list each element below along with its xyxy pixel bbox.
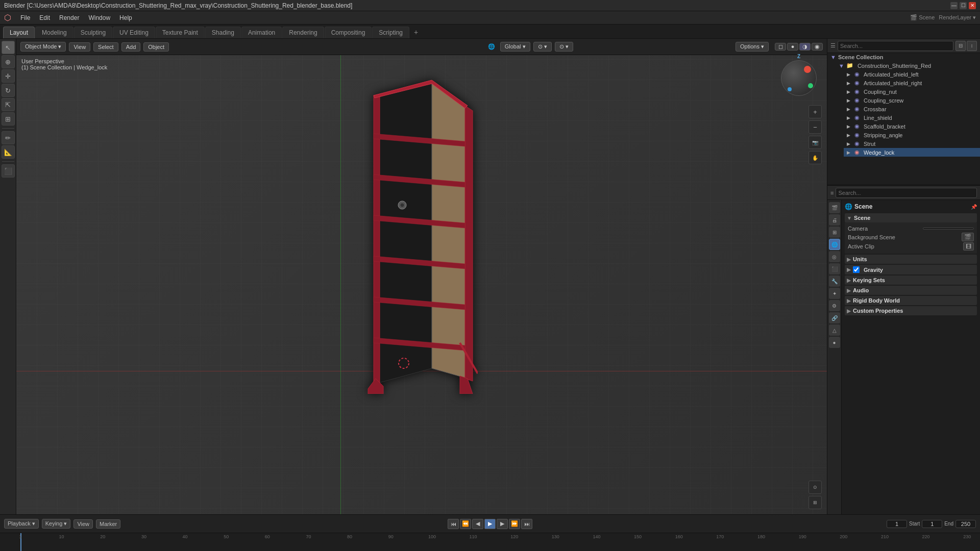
gravity-section-header[interactable]: ▶ Gravity: [845, 265, 977, 274]
add-workspace-button[interactable]: +: [410, 26, 422, 38]
outliner-sort-button[interactable]: ↕: [967, 41, 977, 51]
blender-logo-icon[interactable]: ⬡: [4, 13, 11, 22]
menu-edit[interactable]: Edit: [35, 13, 54, 22]
material-tab[interactable]: ●: [829, 337, 840, 348]
object-mode-button[interactable]: Object Mode ▾: [20, 42, 66, 52]
background-scene-btn[interactable]: 🎬: [962, 233, 974, 241]
active-clip-btn[interactable]: 🎞: [963, 242, 974, 251]
tab-uv-editing[interactable]: UV Editing: [113, 27, 155, 38]
scene-properties-tab[interactable]: 🌐: [829, 239, 840, 250]
properties-search-input[interactable]: [836, 188, 977, 198]
rotate-tool-button[interactable]: ↻: [2, 84, 15, 97]
start-frame-input[interactable]: 1: [922, 520, 942, 528]
outliner-item-strut[interactable]: ▶ ◉ Strut: [844, 139, 980, 148]
audio-section-header[interactable]: ▶ Audio: [845, 286, 977, 295]
menu-render[interactable]: Render: [55, 13, 83, 22]
tab-sculpting[interactable]: Sculpting: [74, 27, 112, 38]
navigation-widget[interactable]: Z: [781, 60, 822, 101]
select-tool-button[interactable]: ↖: [2, 41, 15, 54]
solid-mode-button[interactable]: ●: [787, 43, 798, 51]
jump-end-button[interactable]: ⏭: [521, 519, 532, 529]
gizmo-button[interactable]: ⊞: [808, 496, 822, 509]
tab-layout[interactable]: Layout: [3, 27, 35, 38]
add-menu-button[interactable]: Add: [121, 42, 141, 52]
menu-file[interactable]: File: [16, 13, 34, 22]
maximize-button[interactable]: ☐: [960, 2, 967, 9]
transform-orientation-button[interactable]: Global ▾: [500, 42, 530, 52]
end-frame-input[interactable]: 250: [955, 520, 976, 528]
keying-sets-header[interactable]: ▶ Keying Sets: [845, 276, 977, 285]
camera-view-button[interactable]: 📷: [808, 136, 822, 149]
outliner-item-shield-right[interactable]: ▶ ◉ Articulated_shield_right: [844, 79, 980, 87]
custom-props-header[interactable]: ▶ Custom Properties: [845, 306, 977, 315]
object-properties-tab[interactable]: ⬛: [829, 263, 840, 274]
prev-frame-button[interactable]: ◀: [472, 519, 483, 529]
next-frame-button[interactable]: ▶: [497, 519, 508, 529]
object-menu-button[interactable]: Object: [143, 42, 169, 52]
transform-tool-button[interactable]: ⊞: [2, 112, 15, 126]
tab-compositing[interactable]: Compositing: [325, 27, 372, 38]
zoom-out-button[interactable]: −: [808, 120, 822, 134]
outliner-item-shield-left[interactable]: ▶ ◉ Articulated_shield_left: [844, 70, 980, 79]
annotate-tool-button[interactable]: ✏: [2, 131, 15, 144]
output-properties-tab[interactable]: 🖨: [829, 214, 840, 226]
3d-viewport[interactable]: Object Mode ▾ View Select Add Object 🌐 G…: [16, 39, 827, 514]
outliner-scene-collection[interactable]: ▼ Scene Collection: [827, 53, 980, 61]
keying-menu-button[interactable]: Keying ▾: [42, 519, 71, 529]
prev-keyframe-button[interactable]: ⏪: [460, 519, 471, 529]
units-section-header[interactable]: ▶ Units: [845, 255, 977, 264]
minimize-button[interactable]: —: [950, 2, 958, 9]
wireframe-mode-button[interactable]: ◻: [775, 43, 786, 51]
timeline-bar[interactable]: 1 10 20 30 40 50 60 70 80 90 100 110 120…: [0, 533, 980, 551]
camera-value[interactable]: [923, 228, 974, 230]
next-keyframe-button[interactable]: ⏩: [509, 519, 520, 529]
particles-tab[interactable]: ✦: [829, 288, 840, 299]
outliner-item-coupling-nut[interactable]: ▶ ◉ Coupling_nut: [844, 87, 980, 96]
menu-window[interactable]: Window: [84, 13, 114, 22]
render-layer-selector[interactable]: RenderLayer ▾: [939, 14, 976, 21]
outliner-item-line-shield[interactable]: ▶ ◉ Line_shield: [844, 113, 980, 122]
tab-rendering[interactable]: Rendering: [282, 27, 324, 38]
world-properties-tab[interactable]: ◎: [829, 251, 840, 262]
physics-tab[interactable]: ⚙: [829, 300, 840, 311]
outliner-item-wedge-lock[interactable]: ▶ ◉ Wedge_lock: [844, 148, 980, 157]
snap-button[interactable]: ⊙ ▾: [533, 42, 552, 52]
rendered-mode-button[interactable]: ◉: [812, 43, 823, 51]
tab-modeling[interactable]: Modeling: [35, 27, 74, 38]
viewport-overlay-button[interactable]: ⊙: [808, 481, 822, 494]
outliner-item-stripping[interactable]: ▶ ◉ Stripping_angle: [844, 131, 980, 139]
orbit-widget[interactable]: Z: [781, 60, 817, 96]
rigid-body-header[interactable]: ▶ Rigid Body World: [845, 296, 977, 305]
current-frame-input[interactable]: 1: [887, 520, 907, 528]
measure-tool-button[interactable]: 📐: [2, 145, 15, 159]
outliner-item-crossbar[interactable]: ▶ ◉ Crossbar: [844, 105, 980, 113]
zoom-in-button[interactable]: +: [808, 105, 822, 118]
constraints-tab[interactable]: 🔗: [829, 312, 840, 323]
pin-icon[interactable]: 📌: [971, 204, 977, 210]
marker-menu-button[interactable]: Marker: [96, 519, 120, 529]
move-tool-button[interactable]: ✛: [2, 69, 15, 83]
pan-button[interactable]: ✋: [808, 151, 822, 164]
view-menu-button[interactable]: View: [69, 42, 90, 52]
jump-start-button[interactable]: ⏮: [448, 519, 459, 529]
view-menu-button-tl[interactable]: View: [74, 519, 93, 529]
scene-selector[interactable]: 🎬 Scene: [910, 14, 935, 21]
tab-texture-paint[interactable]: Texture Paint: [156, 27, 205, 38]
material-mode-button[interactable]: ◑: [799, 43, 811, 51]
data-tab[interactable]: △: [829, 324, 840, 336]
add-cube-button[interactable]: ⬛: [2, 164, 15, 178]
menu-help[interactable]: Help: [115, 13, 136, 22]
gravity-checkbox[interactable]: [853, 266, 860, 273]
outliner-item-coupling-screw[interactable]: ▶ ◉ Coupling_screw: [844, 96, 980, 105]
play-button[interactable]: ▶: [484, 519, 496, 529]
tab-shading[interactable]: Shading: [205, 27, 241, 38]
outliner-item-scaffold[interactable]: ▶ ◉ Scaffold_bracket: [844, 122, 980, 131]
tab-animation[interactable]: Animation: [241, 27, 282, 38]
render-properties-tab[interactable]: 🎬: [829, 202, 840, 213]
close-button[interactable]: ✕: [969, 2, 976, 9]
modifier-properties-tab[interactable]: 🔧: [829, 276, 840, 287]
outliner-filter-button[interactable]: ⊟: [955, 41, 966, 51]
outliner-search-input[interactable]: [838, 41, 953, 51]
select-menu-button[interactable]: Select: [93, 42, 118, 52]
outliner-construction-collection[interactable]: ▼ 📁 Construction_Shuttering_Red: [836, 61, 980, 70]
